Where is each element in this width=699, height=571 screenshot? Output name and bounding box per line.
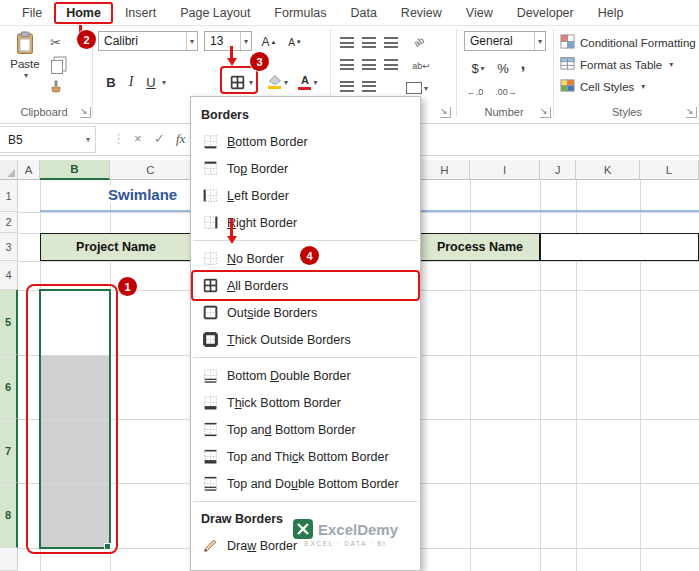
conditional-formatting-button[interactable]: Conditional Formatting▾ <box>560 34 698 51</box>
bottom-double-border-menu-item[interactable]: Bottom Double Border <box>191 362 420 389</box>
column-header-k[interactable]: K <box>576 160 640 180</box>
fill-color-button[interactable]: ▾ <box>264 72 292 92</box>
cut-button[interactable]: ✂ <box>50 36 61 49</box>
right-border-menu-item[interactable]: Right Border <box>191 209 420 236</box>
name-box-dropdown-icon[interactable]: ▾ <box>86 135 95 144</box>
column-header-i[interactable]: I <box>470 160 540 180</box>
row-header-partial[interactable] <box>0 548 18 571</box>
column-header-c[interactable]: C <box>110 160 192 180</box>
copy-button[interactable] <box>51 60 63 74</box>
thick-bottom-border-menu-item[interactable]: Thick Bottom Border <box>191 389 420 416</box>
exceldemy-brand-text: ExcelDemy <box>318 521 398 538</box>
row-header-3[interactable]: 3 <box>0 233 18 261</box>
column-header-l[interactable]: L <box>640 160 699 180</box>
conditional-formatting-label: Conditional Formatting <box>580 37 696 49</box>
paste-button[interactable]: Paste ▾ <box>4 31 46 80</box>
align-right-icon[interactable] <box>384 59 398 70</box>
format-as-table-button[interactable]: Format as Table▾ <box>560 56 698 73</box>
decrease-indent-icon[interactable] <box>340 81 354 92</box>
bold-button[interactable]: B <box>102 72 120 92</box>
tab-data[interactable]: Data <box>338 1 388 25</box>
column-header-j[interactable]: J <box>540 160 576 180</box>
top-border-menu-item[interactable]: Top Border <box>191 155 420 182</box>
percent-button[interactable]: % <box>494 58 512 78</box>
cancel-button[interactable]: × <box>134 131 142 146</box>
font-name-dropdown-icon[interactable]: ▾ <box>186 32 197 50</box>
enter-button[interactable]: ✓ <box>154 131 165 146</box>
font-name-select[interactable]: Calibri ▾ <box>98 31 198 51</box>
orientation-icon[interactable]: ab <box>403 26 436 57</box>
clipboard-dialog-launcher[interactable]: ↘ <box>80 107 91 118</box>
tab-developer[interactable]: Developer <box>505 1 586 25</box>
tab-review[interactable]: Review <box>389 1 454 25</box>
number-format-dropdown-icon[interactable]: ▾ <box>534 32 545 50</box>
row-header-5[interactable]: 5 <box>0 290 18 355</box>
column-header-b[interactable]: B <box>40 160 110 180</box>
align-left-icon[interactable] <box>340 59 354 70</box>
decrease-font-size-button[interactable]: A▼ <box>284 32 306 52</box>
align-bottom-icon[interactable] <box>384 37 398 48</box>
top-border-icon <box>201 160 219 178</box>
select-all-corner[interactable] <box>0 160 18 180</box>
process-name-header-cell[interactable]: Process Name <box>420 233 540 261</box>
styles-dialog-launcher[interactable]: ↘ <box>686 107 697 118</box>
column-header-h[interactable]: H <box>420 160 470 180</box>
font-name-value: Calibri <box>104 34 138 48</box>
font-size-dropdown-icon[interactable]: ▾ <box>240 32 251 50</box>
left-border-menu-item[interactable]: Left Border <box>191 182 420 209</box>
menu-item-label: Top and Thick Bottom Border <box>227 450 389 464</box>
align-center-icon[interactable] <box>362 59 376 70</box>
outside-borders-icon <box>201 304 219 322</box>
font-size-select[interactable]: 13 ▾ <box>204 31 252 51</box>
cell-styles-button[interactable]: Cell Styles▾ <box>560 78 698 95</box>
format-painter-button[interactable] <box>49 80 63 96</box>
currency-button[interactable]: $▾ <box>466 58 490 78</box>
bottom-border-menu-item[interactable]: Bottom Border <box>191 128 420 155</box>
tab-help[interactable]: Help <box>586 1 636 25</box>
annotation-arrowhead-no-border <box>227 236 237 244</box>
decrease-decimal-button[interactable]: .00→ <box>492 82 520 102</box>
top-and-bottom-border-menu-item[interactable]: Top and Bottom Border <box>191 416 420 443</box>
tab-file[interactable]: File <box>10 1 54 25</box>
font-color-a-icon: A <box>298 75 311 90</box>
number-format-select[interactable]: General ▾ <box>464 31 546 51</box>
comma-style-button[interactable]: , <box>516 54 530 74</box>
underline-dropdown-icon[interactable]: ▾ <box>158 72 168 92</box>
top-and-thick-bottom-border-menu-item[interactable]: Top and Thick Bottom Border <box>191 443 420 470</box>
project-name-header-cell[interactable]: Project Name <box>40 233 192 261</box>
tab-formulas[interactable]: Formulas <box>262 1 338 25</box>
font-color-button[interactable]: A▾ <box>294 72 322 92</box>
align-top-icon[interactable] <box>340 37 354 48</box>
annotation-step-2-badge: 2 <box>77 30 96 49</box>
row-header-1[interactable]: 1 <box>0 180 18 212</box>
thick-outside-borders-menu-item[interactable]: Thick Outside Borders <box>191 326 420 353</box>
format-as-table-label: Format as Table <box>580 59 662 71</box>
wrap-text-icon[interactable]: ab↩ <box>406 56 436 76</box>
row-header-7[interactable]: 7 <box>0 419 18 483</box>
row-header-8[interactable]: 8 <box>0 483 18 548</box>
row-header-6[interactable]: 6 <box>0 355 18 419</box>
increase-font-size-button[interactable]: A▲ <box>258 32 280 52</box>
insert-function-button[interactable]: fx <box>176 131 185 147</box>
align-middle-icon[interactable] <box>362 37 376 48</box>
number-dialog-launcher[interactable]: ↘ <box>540 107 551 118</box>
paste-dropdown-icon[interactable]: ▾ <box>24 71 28 80</box>
italic-button[interactable]: I <box>122 72 140 92</box>
column-header-a[interactable]: A <box>18 160 40 180</box>
tab-insert[interactable]: Insert <box>113 1 168 25</box>
tab-page-layout[interactable]: Page Layout <box>168 1 262 25</box>
alignment-dialog-launcher[interactable]: ↘ <box>440 107 451 118</box>
tab-home[interactable]: Home <box>54 2 113 24</box>
name-box[interactable]: B5 ▾ <box>0 126 96 153</box>
row-header-4[interactable]: 4 <box>0 261 18 290</box>
paste-label: Paste <box>10 58 39 70</box>
row-header-2[interactable]: 2 <box>0 212 18 233</box>
merge-center-button[interactable]: ▾ <box>400 78 434 98</box>
increase-indent-icon[interactable] <box>362 81 376 92</box>
empty-header-cell[interactable] <box>540 233 699 261</box>
tab-view[interactable]: View <box>454 1 505 25</box>
thick-bottom-border-icon <box>201 394 219 412</box>
top-and-double-bottom-border-menu-item[interactable]: Top and Double Bottom Border <box>191 470 420 497</box>
outside-borders-menu-item[interactable]: Outside Borders <box>191 299 420 326</box>
increase-decimal-button[interactable]: ←.0 <box>462 82 488 102</box>
